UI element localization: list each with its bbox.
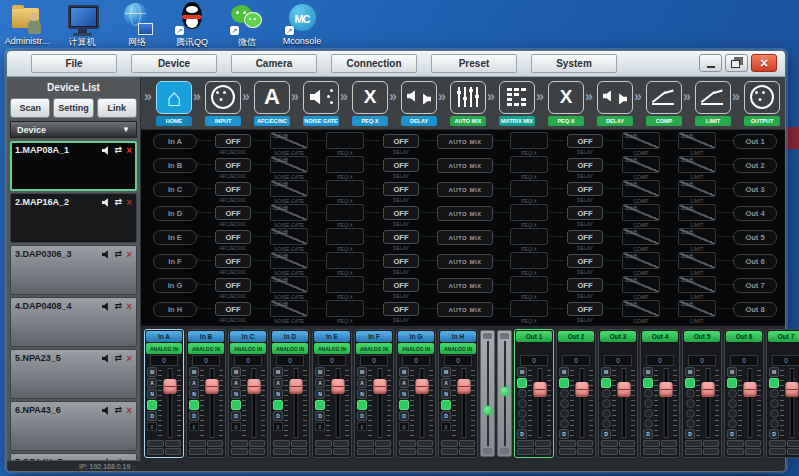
nc-button[interactable]: N xyxy=(399,389,409,399)
afc-off-button[interactable]: OFF xyxy=(215,182,251,196)
gain-value[interactable]: 0 xyxy=(772,355,799,366)
source-select-button[interactable] xyxy=(728,399,737,408)
signal-button[interactable] xyxy=(601,378,611,388)
source-select-button[interactable] xyxy=(728,409,737,418)
comp-box[interactable]: -20dB xyxy=(622,132,660,149)
nc-button[interactable]: N xyxy=(357,389,367,399)
delay-button[interactable]: D xyxy=(727,429,737,439)
route-button[interactable] xyxy=(357,440,374,447)
gain-value[interactable]: 0 xyxy=(402,355,430,366)
input-delay-off-button[interactable]: OFF xyxy=(383,134,419,148)
route-button[interactable] xyxy=(727,440,744,447)
toolbar-module-button[interactable]: PEQ-X xyxy=(352,81,388,126)
route-button[interactable] xyxy=(745,448,762,455)
route-button[interactable] xyxy=(291,448,308,455)
route-button[interactable] xyxy=(333,440,350,447)
fader-knob[interactable] xyxy=(289,379,302,394)
source-select-button[interactable] xyxy=(644,399,653,408)
delay-button[interactable]: D xyxy=(189,411,199,421)
afc-off-button[interactable]: OFF xyxy=(215,230,251,244)
route-button[interactable] xyxy=(661,448,678,455)
afc-off-button[interactable]: OFF xyxy=(215,254,251,268)
gain-value[interactable]: 0 xyxy=(646,355,674,366)
source-select-button[interactable] xyxy=(770,419,779,428)
speaker-icon[interactable] xyxy=(102,354,111,363)
delay-button[interactable]: D xyxy=(357,411,367,421)
desktop-icon[interactable]: 微信 xyxy=(224,2,270,49)
output-channel-pill[interactable]: Out 4 xyxy=(733,206,777,221)
gain-value[interactable]: 0 xyxy=(276,355,304,366)
gain-value[interactable]: 0 xyxy=(688,355,716,366)
toolbar-module-button[interactable]: AUTO MIX xyxy=(450,81,486,126)
route-button[interactable] xyxy=(207,448,224,455)
limit-box[interactable]: -20dB xyxy=(678,300,716,317)
signal-button[interactable] xyxy=(273,400,283,410)
input-source-button[interactable]: ANALOG IN xyxy=(272,343,308,354)
signal-button[interactable] xyxy=(357,400,367,410)
input-channel-pill[interactable]: In C xyxy=(153,182,197,197)
source-select-button[interactable] xyxy=(686,389,695,398)
toolbar-module-button[interactable]: HOME xyxy=(156,81,192,126)
output-delay-off-button[interactable]: OFF xyxy=(567,302,603,316)
input-strip-header[interactable]: In B xyxy=(188,331,224,342)
route-button[interactable] xyxy=(315,448,332,455)
toolbar-module-button[interactable]: DELAY xyxy=(401,81,437,126)
input-peq-box[interactable] xyxy=(326,132,364,149)
fader-knob[interactable] xyxy=(785,382,798,397)
input-source-button[interactable]: ANALOG IN xyxy=(356,343,392,354)
delay-button[interactable]: D xyxy=(231,411,241,421)
limit-box[interactable]: -20dB xyxy=(678,204,716,221)
fader-knob[interactable] xyxy=(373,379,386,394)
output-channel-pill[interactable]: Out 3 xyxy=(733,182,777,197)
afc-button[interactable]: A xyxy=(231,378,241,388)
menu-button[interactable]: Preset xyxy=(431,54,517,73)
comp-box[interactable]: -20dB xyxy=(622,300,660,317)
mute-button[interactable]: M xyxy=(559,367,569,377)
output-peq-box[interactable] xyxy=(510,132,548,149)
route-button[interactable] xyxy=(643,448,660,455)
route-button[interactable] xyxy=(727,448,744,455)
output-strip-header[interactable]: Out 3 xyxy=(600,331,636,342)
source-select-button[interactable] xyxy=(770,389,779,398)
fader-knob[interactable] xyxy=(659,382,672,397)
output-strip-header[interactable]: Out 6 xyxy=(726,331,762,342)
output-delay-off-button[interactable]: OFF xyxy=(567,278,603,292)
toolbar-module-button[interactable]: PEQ-X xyxy=(548,81,584,126)
delay-button[interactable]: D xyxy=(601,429,611,439)
output-strip-header[interactable]: Out 1 xyxy=(516,331,552,342)
route-button[interactable] xyxy=(685,440,702,447)
sync-loop-icon[interactable]: ⇄ xyxy=(115,146,123,155)
mute-button[interactable]: M xyxy=(399,367,409,377)
maximize-button[interactable] xyxy=(725,54,748,72)
delay-button[interactable]: D xyxy=(441,411,451,421)
output-peq-box[interactable] xyxy=(510,156,548,173)
remove-device-icon[interactable]: × xyxy=(126,354,132,363)
mute-button[interactable]: M xyxy=(189,367,199,377)
auto-mix-button[interactable]: AUTO MIX xyxy=(437,230,493,245)
route-button[interactable] xyxy=(399,440,416,447)
route-button[interactable] xyxy=(207,440,224,447)
input-channel-pill[interactable]: In A xyxy=(153,134,197,149)
limit-box[interactable]: -20dB xyxy=(678,252,716,269)
source-select-button[interactable] xyxy=(644,419,653,428)
output-delay-off-button[interactable]: OFF xyxy=(567,254,603,268)
fader-knob[interactable] xyxy=(701,382,714,397)
noise-gate-box[interactable]: -120dB xyxy=(270,132,308,149)
source-select-button[interactable] xyxy=(518,389,527,398)
limit-box[interactable]: -20dB xyxy=(678,132,716,149)
device-item[interactable]: 6.NPA43_6 ⇄ × xyxy=(10,401,137,451)
afc-off-button[interactable]: OFF xyxy=(215,134,251,148)
auto-mix-button[interactable]: AUTO MIX xyxy=(437,206,493,221)
route-button[interactable] xyxy=(459,448,476,455)
output-strip-header[interactable]: Out 5 xyxy=(684,331,720,342)
afc-off-button[interactable]: OFF xyxy=(215,158,251,172)
route-button[interactable] xyxy=(147,448,164,455)
signal-button[interactable] xyxy=(399,400,409,410)
sync-loop-icon[interactable]: ⇄ xyxy=(115,302,123,311)
source-select-button[interactable] xyxy=(518,399,527,408)
comp-box[interactable]: -20dB xyxy=(622,276,660,293)
desktop-icon[interactable]: 网络 xyxy=(114,2,160,49)
source-select-button[interactable] xyxy=(518,409,527,418)
afc-button[interactable]: A xyxy=(315,378,325,388)
output-channel-pill[interactable]: Out 5 xyxy=(733,230,777,245)
